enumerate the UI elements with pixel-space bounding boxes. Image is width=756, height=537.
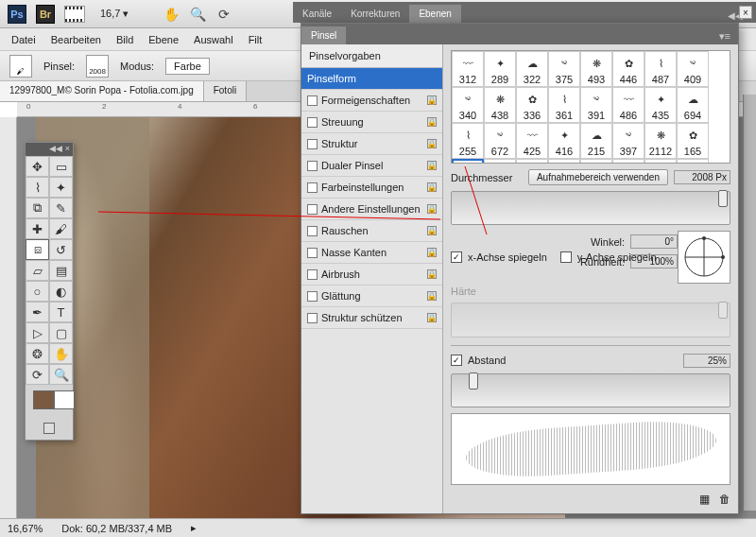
spacing-slider[interactable] bbox=[451, 373, 730, 407]
brush-tip-cell[interactable]: ❋2112 bbox=[644, 123, 677, 159]
setting-checkbox[interactable] bbox=[307, 313, 318, 323]
lock-icon[interactable]: 🔒 bbox=[427, 139, 437, 148]
brush-tip-cell[interactable]: ☁322 bbox=[516, 51, 548, 87]
brush-tip-cell[interactable]: ༄375 bbox=[548, 51, 580, 87]
quickmask-toggle[interactable] bbox=[43, 423, 55, 434]
3d-tool[interactable]: ❂ bbox=[26, 343, 49, 364]
history-brush-tool[interactable]: ↺ bbox=[49, 239, 73, 260]
diameter-value[interactable]: 2008 Px bbox=[674, 170, 730, 184]
brush-setting-item[interactable]: Formeigenschaften🔒 bbox=[301, 90, 442, 112]
brush-tip-cell[interactable]: ✿446 bbox=[612, 51, 644, 87]
tab-korrekturen[interactable]: Korrekturen bbox=[341, 5, 409, 23]
flip-x-checkbox[interactable] bbox=[451, 251, 462, 263]
heal-tool[interactable]: ✚ bbox=[26, 218, 49, 239]
brush-setting-item[interactable]: Glättung🔒 bbox=[301, 286, 442, 307]
brush-tip-cell[interactable]: ✦289 bbox=[484, 51, 516, 87]
panel-menu-icon[interactable]: ▾≡ bbox=[712, 28, 738, 44]
brush-tip-cell[interactable]: ☁215 bbox=[580, 123, 612, 159]
brush-tip-cell[interactable]: 〰425 bbox=[516, 123, 548, 159]
brush-tip-cell[interactable]: ⌇487 bbox=[644, 51, 677, 87]
brush-tip-cell[interactable]: ༄391 bbox=[580, 87, 612, 123]
photoshop-icon[interactable]: Ps bbox=[8, 5, 26, 24]
brush-tip-cell[interactable]: 〰43 bbox=[677, 159, 709, 164]
brush-setting-item[interactable]: Airbrush🔒 bbox=[301, 264, 442, 286]
setting-checkbox[interactable] bbox=[307, 226, 318, 236]
brush-tip-cell[interactable]: ⌇361 bbox=[548, 87, 580, 123]
blur-tool[interactable]: ○ bbox=[26, 281, 49, 302]
lock-icon[interactable]: 🔒 bbox=[427, 291, 437, 301]
spacing-input[interactable]: 25% bbox=[683, 354, 730, 368]
diameter-slider[interactable] bbox=[451, 191, 730, 225]
tab-kanaele[interactable]: Kanäle bbox=[293, 5, 341, 23]
setting-checkbox[interactable] bbox=[307, 182, 318, 193]
brush-tip-cell[interactable]: ༄672 bbox=[484, 123, 516, 159]
lock-icon[interactable]: 🔒 bbox=[427, 117, 437, 127]
brush-tip-cell[interactable]: ✿165 bbox=[677, 123, 709, 159]
rotate-tool-icon[interactable]: ⟳ bbox=[215, 6, 232, 23]
lock-icon[interactable]: 🔒 bbox=[427, 269, 437, 279]
brush-setting-item[interactable]: Struktur schützen🔒 bbox=[301, 307, 442, 329]
brush-tip-cell[interactable]: 〰486 bbox=[612, 87, 644, 123]
crop-tool[interactable]: ⧉ bbox=[26, 198, 49, 218]
minibridge-icon[interactable] bbox=[64, 6, 85, 23]
menu-datei[interactable]: Datei bbox=[11, 34, 36, 45]
rotate-view-tool[interactable]: ⟳ bbox=[26, 364, 49, 385]
eraser-tool[interactable]: ▱ bbox=[26, 260, 49, 281]
background-swatch[interactable] bbox=[54, 390, 75, 409]
foreground-swatch[interactable] bbox=[33, 390, 54, 409]
brush-tip-cell[interactable]: ༄45 bbox=[516, 159, 548, 164]
toolbox-header[interactable]: ◀◀× bbox=[26, 143, 73, 156]
lasso-tool[interactable]: ⌇ bbox=[26, 177, 49, 198]
dodge-tool[interactable]: ◐ bbox=[49, 281, 73, 302]
setting-checkbox[interactable] bbox=[307, 291, 318, 302]
brush-setting-item[interactable]: Farbeinstellungen🔒 bbox=[301, 177, 442, 199]
path-tool[interactable]: ▷ bbox=[26, 322, 49, 343]
tool-preset-picker[interactable]: 🖌 bbox=[9, 55, 32, 78]
brush-tip-cell[interactable]: ✿21 bbox=[580, 159, 612, 164]
menu-bild[interactable]: Bild bbox=[116, 34, 133, 45]
pen-tool[interactable]: ✒ bbox=[26, 302, 49, 322]
brush-setting-item[interactable]: Streuung🔒 bbox=[301, 112, 442, 133]
collapsed-panels[interactable] bbox=[743, 95, 756, 511]
angle-input[interactable]: 0° bbox=[630, 234, 678, 249]
document-tab[interactable]: Fotoli bbox=[204, 81, 247, 101]
use-sample-size-button[interactable]: Aufnahmebereich verwenden bbox=[528, 169, 668, 185]
menu-ebene[interactable]: Ebene bbox=[148, 34, 179, 45]
brush-tip-cell[interactable]: ༄397 bbox=[612, 123, 644, 159]
setting-checkbox[interactable] bbox=[307, 269, 318, 280]
lock-icon[interactable]: 🔒 bbox=[427, 313, 437, 322]
brush-tip-cell[interactable]: ༄14 bbox=[644, 159, 677, 164]
brush-tool[interactable]: 🖌 bbox=[49, 218, 73, 239]
brush-tip-cell[interactable]: ☁694 bbox=[677, 87, 709, 123]
hand-tool[interactable]: ✋ bbox=[49, 343, 73, 364]
brush-tip-cell[interactable]: ⌇255 bbox=[452, 123, 484, 159]
zoom-tool[interactable]: 🔍 bbox=[49, 364, 73, 385]
brush-preset-picker[interactable]: 2008 bbox=[86, 55, 109, 78]
wand-tool[interactable]: ✦ bbox=[49, 177, 73, 198]
zoom-select[interactable]: 16,7 ▾ bbox=[94, 6, 134, 22]
setting-checkbox[interactable] bbox=[307, 161, 318, 171]
document-tab-active[interactable]: 12997800_M© Sorin Popa - Fotolia.com.jpg bbox=[0, 81, 204, 101]
brush-tip-cell[interactable]: ❋438 bbox=[484, 87, 516, 123]
brush-tip-cell[interactable]: 〰312 bbox=[452, 51, 484, 87]
zoom-tool-icon[interactable]: 🔍 bbox=[189, 6, 206, 23]
menu-filter[interactable]: Filt bbox=[249, 34, 263, 45]
brush-tip-cell[interactable]: ❋90 bbox=[548, 159, 580, 164]
delete-brush-icon[interactable]: 🗑 bbox=[719, 493, 730, 506]
shape-tool[interactable]: ▢ bbox=[49, 322, 73, 343]
brush-tip-cell[interactable]: ༄409 bbox=[677, 51, 709, 87]
status-menu-icon[interactable]: ▸ bbox=[191, 522, 197, 534]
brush-tip-cell[interactable]: ✦2008 bbox=[452, 159, 484, 164]
lock-icon[interactable]: 🔒 bbox=[427, 161, 437, 170]
gradient-tool[interactable]: ▤ bbox=[49, 260, 73, 281]
setting-checkbox[interactable] bbox=[307, 139, 318, 149]
setting-checkbox[interactable] bbox=[307, 117, 318, 128]
brush-tip-cell[interactable]: ☁40 bbox=[484, 159, 516, 164]
brush-setting-item[interactable]: Dualer Pinsel🔒 bbox=[301, 155, 442, 177]
brush-tip-cell[interactable]: ✦435 bbox=[644, 87, 677, 123]
lock-icon[interactable]: 🔒 bbox=[427, 95, 437, 105]
spacing-checkbox[interactable] bbox=[451, 355, 462, 366]
setting-checkbox[interactable] bbox=[307, 204, 318, 215]
mode-select[interactable]: Farbe bbox=[165, 58, 210, 75]
brush-setting-item[interactable]: Rauschen🔒 bbox=[301, 220, 442, 242]
